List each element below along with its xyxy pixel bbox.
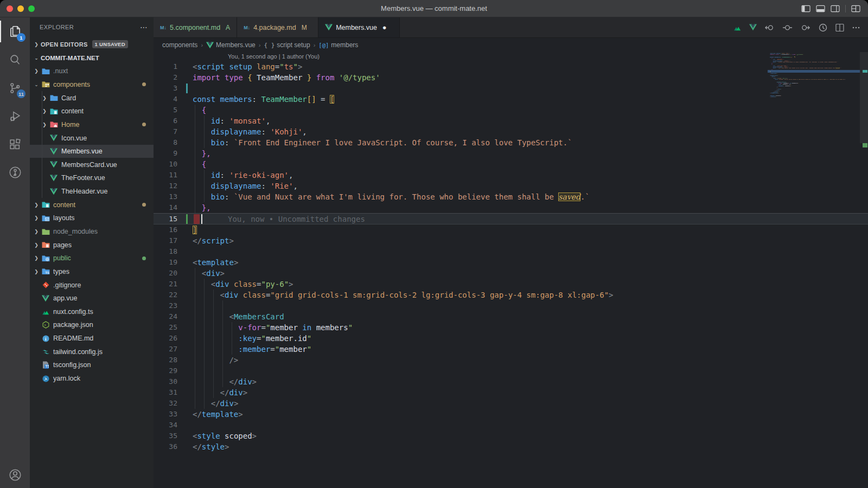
indent-guide — [204, 126, 205, 137]
code-line-6[interactable]: 6 id: 'monsat', — [154, 115, 868, 126]
code-line-34[interactable]: 34 — [154, 420, 868, 431]
code-line-17[interactable]: 17</script> — [154, 235, 868, 246]
code-line-2[interactable]: 2import type { TeamMember } from '@/type… — [154, 72, 868, 83]
code-line-21[interactable]: 21 <div class="py-6"> — [154, 279, 868, 290]
code-line-1[interactable]: 1<script setup lang="ts"> — [154, 61, 868, 72]
tree-item-yarn-lock[interactable]: yarn.lock — [30, 372, 154, 386]
tree-item-types[interactable]: ❯TStypes — [30, 265, 154, 279]
customize-layout-icon[interactable] — [851, 5, 860, 12]
tree-item-home[interactable]: ❯Home — [30, 118, 154, 132]
tree-item-nuxt-config-ts[interactable]: nuxt.config.ts — [30, 305, 154, 319]
close-window-button[interactable] — [7, 5, 13, 12]
history-icon[interactable] — [818, 23, 828, 32]
code-line-26[interactable]: 26 :key="member.id" — [154, 333, 868, 344]
code-line-16[interactable]: 16] — [154, 224, 868, 235]
tree-item-package-json[interactable]: spackage.json — [30, 318, 154, 332]
breadcrumb-item-members-vue[interactable]: Members.vue — [206, 41, 256, 49]
tree-item--gitignore[interactable]: .gitignore — [30, 278, 154, 292]
code-line-31[interactable]: 31 </div> — [154, 387, 868, 398]
code-line-19[interactable]: 19<template> — [154, 257, 868, 268]
code-line-13[interactable]: 13 bio: `Vue and Nuxt are what I'm livin… — [154, 191, 868, 202]
tree-item-public[interactable]: ❯public — [30, 252, 154, 265]
code-line-18[interactable]: 18 — [154, 246, 868, 257]
tree-item-icon-vue[interactable]: Icon.vue — [30, 131, 154, 145]
activity-item-extensions[interactable] — [0, 130, 30, 158]
scrollbar-thumb[interactable] — [860, 52, 868, 143]
minimize-window-button[interactable] — [17, 5, 24, 12]
tree-item-card[interactable]: ❯Card — [30, 91, 154, 105]
tree-item-readme-md[interactable]: iREADME.md — [30, 332, 154, 345]
code-line-32[interactable]: 32 </div> — [154, 398, 868, 409]
code-line-4[interactable]: 4const members: TeamMember[] = [ — [154, 94, 868, 105]
code-line-7[interactable]: 7 displayname: 'Kohji', — [154, 126, 868, 137]
more-actions-icon[interactable] — [852, 23, 860, 32]
code-line-14[interactable]: 14 }, — [154, 202, 868, 213]
code-line-3[interactable]: 3 — [154, 83, 868, 94]
tree-item-tailwind-config-js[interactable]: tailwind.config.js — [30, 345, 154, 358]
code-line-33[interactable]: 33</template> — [154, 409, 868, 420]
layout-sidebar-right-icon[interactable] — [831, 5, 840, 12]
code-line-28[interactable]: 28 /> — [154, 355, 868, 365]
zoom-window-button[interactable] — [28, 5, 35, 12]
tree-item-components[interactable]: ⌄components — [30, 78, 154, 92]
breadcrumb-item-components[interactable]: components — [162, 41, 197, 49]
next-change-icon[interactable] — [800, 23, 810, 32]
breadcrumb-item-members[interactable]: [@]members — [318, 41, 358, 49]
code-line-20[interactable]: 20 <div> — [154, 268, 868, 279]
tree-item-tsconfig-json[interactable]: TStsconfig.json — [30, 358, 154, 372]
code-line-8[interactable]: 8 bio: `Front End Engineer I love JavaSc… — [154, 137, 868, 148]
activity-item-accounts[interactable] — [0, 462, 30, 488]
prev-change-icon[interactable] — [764, 23, 775, 32]
tab-5-component-md[interactable]: M↓5.component.mdA — [154, 17, 237, 37]
dirty-indicator-icon[interactable]: ● — [382, 23, 387, 31]
tree-item-node-modules[interactable]: ❯node_modules — [30, 225, 154, 239]
workspace-root-row[interactable]: ⌄ COMMIT-MATE.NET — [30, 52, 154, 65]
vue-icon[interactable] — [749, 24, 757, 31]
tab-members-vue[interactable]: Members.vue● — [318, 17, 400, 37]
code-line-27[interactable]: 27 :member="member" — [154, 344, 868, 355]
code-line-25[interactable]: 25 v-for="member in members" — [154, 322, 868, 333]
code-line-15[interactable]: 15You, now • Uncommitted changes — [154, 213, 868, 224]
code-line-5[interactable]: 5 { — [154, 105, 868, 115]
tree-item-app-vue[interactable]: app.vue — [30, 292, 154, 305]
code-line-35[interactable]: 35<style scoped> — [154, 431, 868, 441]
sidebar-more-actions-icon[interactable]: ⋯ — [140, 23, 148, 31]
layout-sidebar-left-icon[interactable] — [801, 5, 810, 12]
tree-item--nuxt[interactable]: ❯.nuxt — [30, 65, 154, 78]
code-line-30[interactable]: 30 </div> — [154, 376, 868, 387]
code-line-22[interactable]: 22 <div class="grid grid-cols-1 sm:grid-… — [154, 290, 868, 300]
breadcrumb-item-script-setup[interactable]: { }script setup — [264, 41, 310, 49]
code-line-11[interactable]: 11 id: 'rie-oki-agn', — [154, 170, 868, 181]
overview-ruler[interactable] — [860, 52, 868, 488]
tab-4-package-md[interactable]: M↓4.package.mdM — [237, 17, 318, 37]
code-line-24[interactable]: 24 <MembersCard — [154, 311, 868, 322]
code-line-12[interactable]: 12 displayname: 'Rie', — [154, 181, 868, 191]
open-editors-section[interactable]: ❯ OPEN EDITORS 1 UNSAVED — [30, 37, 154, 52]
code-line-29[interactable]: 29 — [154, 365, 868, 376]
code-line-10[interactable]: 10 { — [154, 159, 868, 170]
tree-item-content[interactable]: ❯content — [30, 198, 154, 211]
activity-item-source-control[interactable]: 11 — [0, 74, 30, 102]
tree-item-content[interactable]: ❯content — [30, 105, 154, 118]
current-change-icon[interactable] — [782, 23, 793, 32]
indent-guide — [222, 333, 223, 344]
activity-item-explorer[interactable]: 1 — [0, 17, 30, 46]
minimap[interactable]: <script setup lang="ts">import type { Te… — [768, 52, 860, 488]
tree-item-thefooter-vue[interactable]: TheFooter.vue — [30, 171, 154, 185]
tree-item-memberscard-vue[interactable]: MembersCard.vue — [30, 158, 154, 171]
tree-item-pages[interactable]: ❯pages — [30, 238, 154, 252]
layout-panel-icon[interactable] — [816, 5, 825, 12]
code-line-36[interactable]: 36</style> — [154, 441, 868, 452]
code-line-9[interactable]: 9 }, — [154, 148, 868, 159]
nuxt-icon[interactable] — [733, 24, 742, 31]
activity-item-run-debug[interactable] — [0, 102, 30, 130]
tree-item-members-vue[interactable]: Members.vue — [30, 145, 154, 158]
split-editor-icon[interactable] — [835, 23, 844, 32]
code-line-23[interactable]: 23 — [154, 300, 868, 311]
code-editor[interactable]: You, 1 second ago | 1 author (You) 1<scr… — [154, 52, 868, 488]
tree-item-theheader-vue[interactable]: TheHeader.vue — [30, 185, 154, 198]
gitlens-codelens[interactable]: You, 1 second ago | 1 author (You) — [154, 52, 868, 61]
tree-item-layouts[interactable]: ❯layouts — [30, 211, 154, 225]
activity-item-search[interactable] — [0, 46, 30, 74]
activity-item-gitlens[interactable] — [0, 158, 30, 187]
